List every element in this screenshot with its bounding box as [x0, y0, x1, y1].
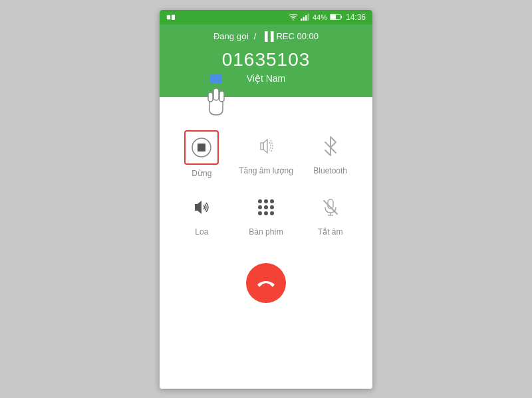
volume-up-icon	[254, 134, 278, 158]
status-left	[166, 14, 176, 21]
svg-rect-3	[303, 17, 305, 21]
volume-up-button[interactable]: Tăng âm lượng	[237, 130, 295, 178]
svg-point-14	[258, 199, 262, 203]
hand-icon	[203, 84, 229, 118]
svg-rect-4	[305, 15, 307, 21]
keypad-label: Bàn phím	[249, 227, 283, 237]
battery-icon	[330, 13, 343, 21]
svg-rect-11	[208, 92, 213, 102]
call-rec: ▐▐ REC 00:00	[261, 31, 319, 41]
svg-rect-5	[307, 14, 309, 21]
controls-area: Dừng Tăng âm lượng	[160, 97, 372, 389]
end-call-button[interactable]	[246, 263, 286, 303]
call-divider: /	[254, 31, 257, 41]
svg-point-21	[264, 211, 268, 215]
svg-rect-10	[219, 91, 224, 102]
button-grid: Dừng Tăng âm lượng	[160, 130, 372, 237]
time-display: 14:36	[346, 13, 366, 22]
mute-label: Tắt âm	[318, 227, 343, 237]
speaker-icon-wrap	[186, 191, 217, 223]
svg-point-17	[258, 205, 262, 209]
dung-button[interactable]: Dừng	[173, 130, 231, 178]
svg-rect-9	[213, 88, 219, 100]
cursor-box	[210, 74, 222, 83]
mute-icon	[319, 195, 342, 219]
svg-point-20	[258, 211, 262, 215]
svg-point-16	[270, 199, 274, 203]
svg-rect-13	[198, 144, 205, 151]
svg-point-15	[264, 199, 268, 203]
volume-label: Tăng âm lượng	[239, 166, 293, 175]
signal-icon	[301, 13, 310, 21]
bluetooth-button[interactable]: Bluetooth	[301, 130, 359, 178]
loa-button[interactable]: Loa	[173, 191, 231, 237]
svg-point-19	[270, 205, 274, 209]
notif-icon1	[166, 14, 176, 21]
battery-text: 44%	[313, 13, 327, 21]
keypad-icon	[255, 196, 277, 219]
volume-up-icon-wrap	[250, 130, 282, 162]
call-status-row: Đang gọi / ▐▐ REC 00:00	[213, 31, 319, 41]
phone-number: 01635103	[222, 49, 311, 70]
status-bar: 44% 14:36	[160, 10, 372, 25]
country-name: Việt Nam	[247, 73, 286, 84]
svg-rect-7	[331, 15, 336, 19]
svg-point-22	[270, 211, 274, 215]
phone-frame: 44% 14:36 Đang gọi / ▐▐ REC 00:00 016351…	[160, 10, 372, 389]
bluetooth-label: Bluetooth	[313, 166, 347, 175]
end-call-icon	[256, 276, 276, 290]
call-status-label: Đang gọi	[213, 31, 249, 41]
svg-rect-2	[301, 19, 303, 21]
speaker-icon	[190, 195, 213, 219]
svg-rect-8	[340, 16, 342, 19]
mute-button[interactable]: Tắt âm	[301, 191, 359, 237]
svg-point-18	[264, 205, 268, 209]
loa-label: Loa	[195, 227, 208, 237]
bluetooth-icon	[320, 134, 341, 158]
svg-rect-0	[167, 15, 170, 19]
wifi-icon	[289, 13, 298, 21]
status-right: 44% 14:36	[289, 13, 366, 22]
mute-icon-wrap	[315, 191, 346, 223]
hand-cursor	[203, 74, 229, 118]
bluetooth-icon-wrap	[315, 130, 346, 162]
svg-line-26	[324, 201, 337, 214]
dung-label: Dừng	[192, 169, 211, 178]
stop-icon	[191, 137, 212, 158]
keypad-button[interactable]: Bàn phím	[237, 191, 295, 237]
call-area: Đang gọi / ▐▐ REC 00:00 01635103 Việt Na…	[160, 25, 372, 97]
svg-rect-1	[172, 15, 175, 20]
stop-icon-wrap	[184, 130, 219, 165]
keypad-icon-wrap	[250, 191, 282, 223]
